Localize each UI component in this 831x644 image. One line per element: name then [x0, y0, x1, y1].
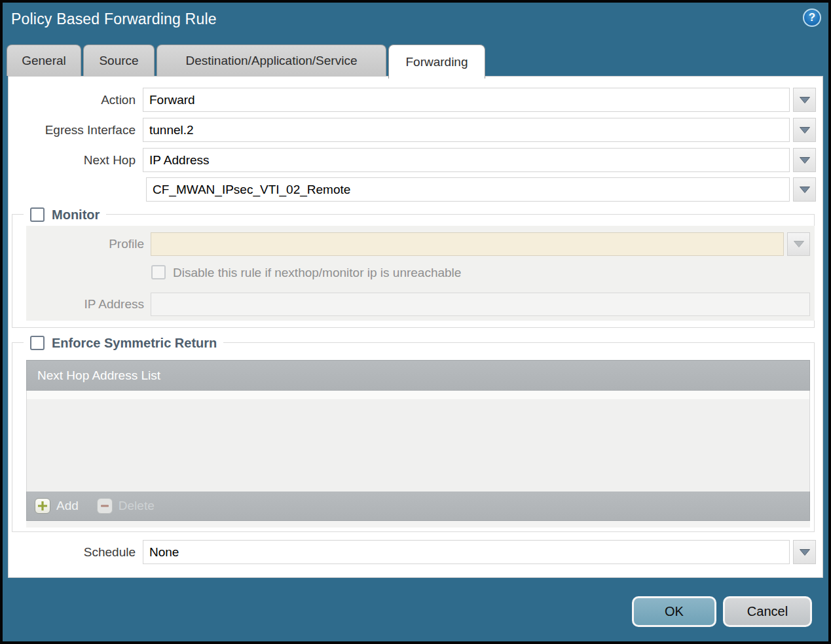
action-value: Forward	[149, 93, 195, 107]
tab-destination-label: Destination/Application/Service	[186, 54, 358, 68]
schedule-combobox[interactable]: None	[143, 540, 790, 564]
enforce-symmetric-return-checkbox[interactable]	[30, 336, 45, 350]
tab-source[interactable]: Source	[83, 45, 155, 76]
profile-dropdown-button	[787, 232, 810, 256]
next-hop-address-list-grid: Next Hop Address List Add Delete	[26, 360, 810, 528]
action-label: Action	[0, 88, 136, 112]
monitor-legend-label: Monitor	[52, 207, 100, 223]
action-dropdown-button[interactable]	[793, 88, 816, 112]
egress-interface-combobox[interactable]: tunnel.2	[143, 118, 790, 142]
profile-label: Profile	[0, 232, 144, 256]
profile-combobox	[151, 232, 784, 256]
enforce-symmetric-return-label: Enforce Symmetric Return	[52, 336, 217, 351]
next-hop-label: Next Hop	[0, 148, 136, 172]
next-hop-address-list-header-label: Next Hop Address List	[37, 368, 160, 383]
tab-forwarding-label: Forwarding	[405, 55, 468, 69]
cancel-button[interactable]: Cancel	[723, 596, 812, 627]
next-hop-combobox[interactable]: IP Address	[143, 148, 790, 172]
tab-source-label: Source	[99, 54, 138, 68]
ok-button[interactable]: OK	[632, 596, 716, 627]
add-button[interactable]: Add	[35, 498, 79, 514]
next-hop-address-list-header: Next Hop Address List	[26, 360, 810, 391]
grid-toolbar: Add Delete	[26, 492, 810, 521]
tab-general[interactable]: General	[7, 45, 81, 76]
next-hop-dropdown-button[interactable]	[793, 148, 816, 172]
next-hop-address-list-body[interactable]	[26, 391, 810, 492]
disable-rule-label: Disable this rule if nexthop/monitor ip …	[173, 265, 631, 281]
ok-button-label: OK	[665, 604, 684, 619]
tab-general-label: General	[22, 54, 66, 68]
monitor-ip-address-input	[151, 293, 810, 316]
add-button-label: Add	[56, 499, 79, 513]
monitor-legend: Monitor	[24, 205, 106, 224]
enforce-symmetric-return-legend: Enforce Symmetric Return	[24, 333, 223, 353]
next-hop-value: IP Address	[149, 153, 210, 168]
chevron-down-icon	[799, 96, 811, 104]
policy-based-forwarding-dialog: Policy Based Forwarding Rule ? General S…	[0, 0, 831, 644]
disable-rule-checkbox	[151, 265, 166, 279]
monitor-ip-address-label: IP Address	[0, 293, 144, 316]
help-icon[interactable]: ?	[803, 9, 821, 27]
plus-icon	[35, 498, 50, 514]
egress-interface-dropdown-button[interactable]	[793, 118, 816, 142]
chevron-down-icon	[799, 186, 811, 194]
schedule-label: Schedule	[0, 540, 136, 564]
delete-button-label: Delete	[119, 499, 155, 513]
minus-icon	[97, 498, 113, 514]
egress-interface-value: tunnel.2	[149, 123, 194, 137]
tab-destination-application-service[interactable]: Destination/Application/Service	[157, 45, 386, 76]
grid-footer-strip	[26, 521, 810, 528]
chevron-down-icon	[799, 548, 811, 556]
action-combobox[interactable]: Forward	[143, 88, 790, 112]
tab-forwarding[interactable]: Forwarding	[388, 45, 485, 79]
next-hop-address-combobox[interactable]: CF_MWAN_IPsec_VTI_02_Remote	[146, 177, 790, 202]
help-glyph: ?	[809, 11, 815, 24]
next-hop-address-dropdown-button[interactable]	[793, 177, 816, 202]
chevron-down-icon	[799, 156, 811, 164]
schedule-value: None	[149, 545, 179, 560]
grid-empty-row	[27, 391, 809, 399]
next-hop-address-value: CF_MWAN_IPsec_VTI_02_Remote	[153, 183, 350, 197]
page-title: Policy Based Forwarding Rule	[11, 10, 217, 28]
egress-interface-label: Egress Interface	[0, 118, 136, 142]
cancel-button-label: Cancel	[747, 604, 788, 619]
monitor-checkbox[interactable]	[30, 207, 45, 222]
chevron-down-icon	[799, 126, 811, 134]
delete-button: Delete	[97, 498, 155, 514]
schedule-dropdown-button[interactable]	[793, 540, 816, 564]
chevron-down-icon	[793, 240, 805, 248]
